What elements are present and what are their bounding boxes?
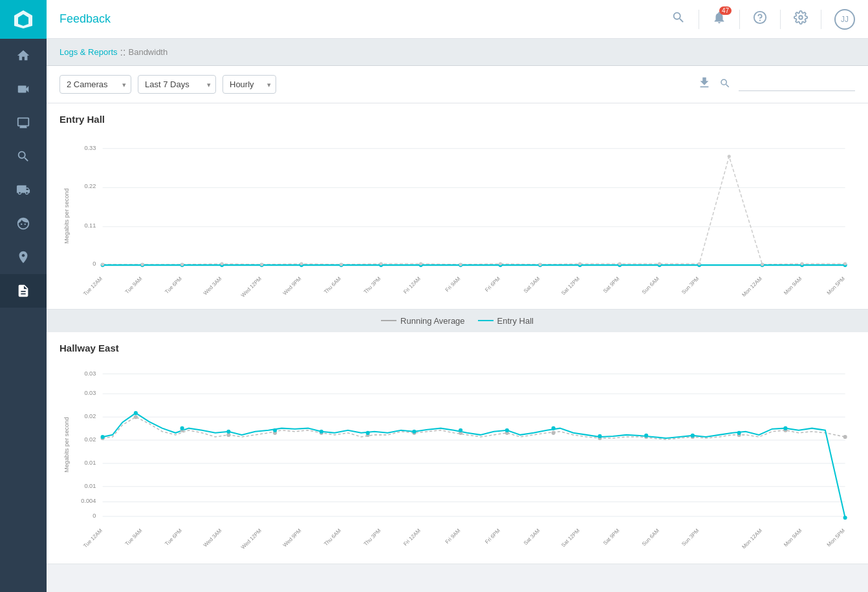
svg-point-45 bbox=[578, 262, 581, 265]
entry-hall-legend-line bbox=[478, 320, 494, 321]
svg-text:0.03: 0.03 bbox=[84, 390, 96, 396]
svg-point-44 bbox=[539, 263, 542, 266]
svg-text:Tue 9AM: Tue 9AM bbox=[124, 276, 144, 295]
svg-text:Thu 3PM: Thu 3PM bbox=[363, 276, 382, 295]
entry-hall-chart-wrapper: 0.33 0.22 0.11 0 Megabits per second bbox=[60, 130, 855, 302]
svg-text:0.02: 0.02 bbox=[84, 413, 96, 419]
svg-text:Tue 12AM: Tue 12AM bbox=[82, 276, 103, 297]
breadcrumb-current: Bandwidth bbox=[129, 47, 168, 57]
header-divider-2 bbox=[739, 10, 740, 29]
svg-point-116 bbox=[552, 426, 556, 430]
sidebar-item-face[interactable] bbox=[0, 207, 47, 240]
svg-point-51 bbox=[800, 262, 803, 265]
svg-point-34 bbox=[141, 263, 144, 266]
sidebar-item-cameras[interactable] bbox=[0, 72, 47, 106]
monitor-icon bbox=[16, 116, 30, 130]
sidebar-item-reports[interactable] bbox=[0, 274, 47, 308]
chart-search-input[interactable] bbox=[739, 78, 855, 91]
reports-icon bbox=[16, 284, 30, 298]
face-icon bbox=[16, 217, 30, 231]
svg-text:Sun 3PM: Sun 3PM bbox=[680, 276, 700, 295]
interval-filter[interactable]: Hourly Daily Weekly bbox=[222, 75, 276, 94]
hallway-east-chart: 0.03 0.03 0.02 0.02 0.01 0.01 0.004 0 Me… bbox=[60, 359, 855, 558]
breadcrumb: Logs & Reports :: Bandwidth bbox=[47, 39, 868, 66]
settings-button[interactable] bbox=[794, 10, 808, 28]
svg-text:Wed 12PM: Wed 12PM bbox=[240, 527, 263, 550]
header-divider-1 bbox=[699, 10, 699, 29]
sidebar-item-search[interactable] bbox=[0, 140, 47, 173]
svg-text:Fri 12AM: Fri 12AM bbox=[402, 527, 422, 547]
svg-text:Mon 5PM: Mon 5PM bbox=[826, 527, 846, 547]
svg-text:0.22: 0.22 bbox=[84, 183, 96, 189]
svg-text:Sat 12PM: Sat 12PM bbox=[560, 276, 581, 297]
svg-text:Sat 12PM: Sat 12PM bbox=[560, 527, 581, 548]
svg-text:Sat 3AM: Sat 3AM bbox=[523, 276, 541, 295]
sidebar-item-map[interactable] bbox=[0, 240, 47, 274]
svg-point-118 bbox=[644, 433, 648, 437]
entry-hall-x-labels: Tue 12AM Tue 9AM Tue 6PM Wed 3AM Wed 12P… bbox=[82, 276, 846, 299]
svg-text:0: 0 bbox=[92, 513, 96, 519]
svg-text:Wed 12PM: Wed 12PM bbox=[240, 276, 263, 299]
svg-text:Megabits per second: Megabits per second bbox=[63, 417, 70, 472]
days-filter-wrapper: Last 7 Days Last 24 Hours Last 30 Days bbox=[138, 75, 216, 94]
svg-text:Fri 6PM: Fri 6PM bbox=[484, 527, 501, 545]
download-button[interactable] bbox=[697, 76, 711, 93]
svg-text:Wed 9PM: Wed 9PM bbox=[282, 276, 303, 297]
svg-text:Sun 3PM: Sun 3PM bbox=[680, 527, 700, 547]
svg-text:0.33: 0.33 bbox=[84, 145, 96, 151]
sidebar-item-home[interactable] bbox=[0, 39, 47, 72]
svg-text:0: 0 bbox=[92, 260, 96, 267]
svg-text:Sat 3AM: Sat 3AM bbox=[523, 527, 541, 546]
breadcrumb-separator: :: bbox=[120, 47, 126, 58]
logo[interactable] bbox=[0, 0, 47, 39]
svg-text:Mon 12AM: Mon 12AM bbox=[741, 527, 763, 549]
sidebar-item-monitor[interactable] bbox=[0, 106, 47, 140]
header-divider-3 bbox=[780, 10, 781, 29]
svg-text:0.01: 0.01 bbox=[84, 482, 96, 489]
breadcrumb-link[interactable]: Logs & Reports bbox=[60, 47, 118, 57]
page-title: Feedback bbox=[60, 12, 671, 26]
sidebar-item-vehicles[interactable] bbox=[0, 173, 47, 207]
filters-right bbox=[697, 76, 855, 93]
top-header: Feedback 47 bbox=[47, 0, 868, 39]
legend-entry-hall: Entry Hall bbox=[478, 316, 534, 326]
svg-text:Tue 6PM: Tue 6PM bbox=[164, 276, 183, 295]
cameras-filter[interactable]: 2 Cameras 1 Camera All Cameras bbox=[60, 75, 131, 94]
search-icon bbox=[671, 10, 686, 25]
svg-point-40 bbox=[380, 262, 383, 265]
svg-point-108 bbox=[180, 426, 184, 430]
svg-text:Fri 9AM: Fri 9AM bbox=[444, 527, 462, 545]
search-button[interactable] bbox=[671, 10, 686, 28]
svg-text:Fri 9AM: Fri 9AM bbox=[444, 276, 462, 293]
chart-search-button[interactable] bbox=[719, 78, 731, 92]
svg-text:Sun 6AM: Sun 6AM bbox=[641, 527, 660, 547]
svg-point-111 bbox=[320, 429, 323, 433]
hallway-east-avg-dots bbox=[101, 415, 847, 440]
help-icon bbox=[753, 10, 767, 25]
hallway-east-chart-title: Hallway East bbox=[60, 343, 855, 354]
svg-point-109 bbox=[226, 429, 230, 433]
header-actions: 47 JJ bbox=[671, 9, 855, 30]
sidebar bbox=[0, 0, 47, 592]
svg-point-47 bbox=[658, 262, 661, 265]
svg-point-121 bbox=[783, 426, 787, 430]
svg-point-122 bbox=[843, 515, 847, 519]
notifications-button[interactable]: 47 bbox=[712, 10, 726, 28]
svg-point-4 bbox=[799, 16, 803, 19]
svg-text:Fri 12AM: Fri 12AM bbox=[402, 276, 422, 295]
hallway-east-dots bbox=[101, 410, 847, 519]
days-filter[interactable]: Last 7 Days Last 24 Hours Last 30 Days bbox=[138, 75, 216, 94]
help-button[interactable] bbox=[753, 10, 767, 28]
svg-text:Tue 6PM: Tue 6PM bbox=[164, 527, 183, 547]
legend-entry-hall-label: Entry Hall bbox=[497, 316, 534, 326]
camera-icon bbox=[16, 82, 30, 96]
home-icon bbox=[16, 48, 30, 63]
brand-logo-icon bbox=[13, 9, 34, 30]
svg-text:Wed 3AM: Wed 3AM bbox=[202, 527, 223, 548]
svg-text:0.11: 0.11 bbox=[84, 222, 96, 229]
user-avatar[interactable]: JJ bbox=[834, 9, 855, 30]
svg-point-36 bbox=[221, 262, 224, 265]
svg-point-52 bbox=[843, 262, 847, 265]
svg-point-35 bbox=[180, 263, 184, 266]
svg-text:Mon 9AM: Mon 9AM bbox=[783, 527, 803, 547]
